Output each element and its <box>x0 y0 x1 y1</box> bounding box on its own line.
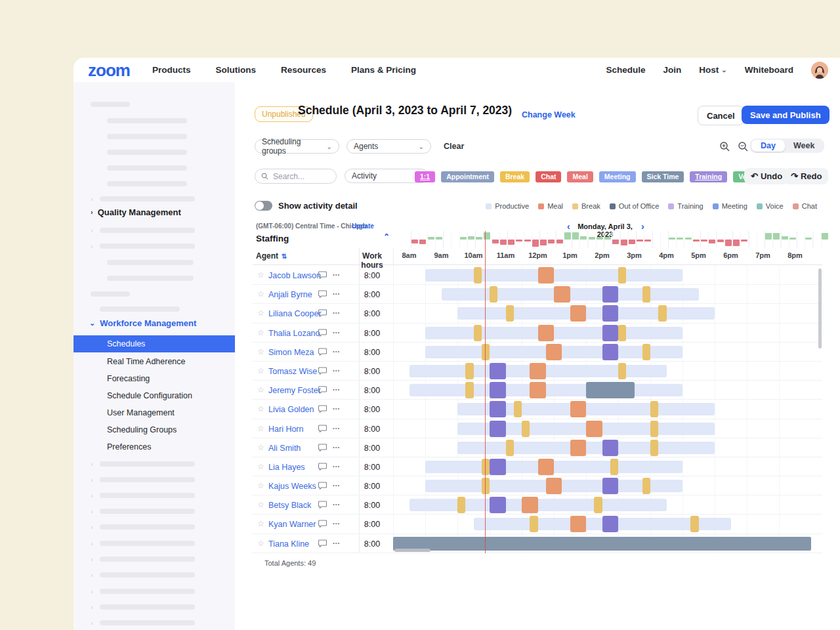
chat-bubble-icon[interactable] <box>318 463 327 471</box>
break-activity-block[interactable] <box>690 516 698 532</box>
more-options-icon[interactable]: ••• <box>333 463 340 469</box>
break-activity-block[interactable] <box>514 401 522 417</box>
more-options-icon[interactable]: ••• <box>333 387 340 392</box>
break-activity-block[interactable] <box>618 325 626 341</box>
break-activity-block[interactable] <box>530 516 537 532</box>
cancel-button[interactable]: Cancel <box>698 106 744 125</box>
agents-select[interactable]: Agents ⌄ <box>346 139 431 154</box>
nav-item-resources[interactable]: Resources <box>281 65 326 75</box>
more-options-icon[interactable]: ••• <box>333 291 340 297</box>
meeting-activity-block[interactable] <box>490 459 506 475</box>
break-activity-block[interactable] <box>474 325 482 341</box>
activity-chip-1-1[interactable]: 1:1 <box>415 171 435 182</box>
break-activity-block[interactable] <box>482 344 490 360</box>
break-activity-block[interactable] <box>618 363 626 379</box>
chat-bubble-icon[interactable] <box>318 309 327 317</box>
agent-name-link[interactable]: Anjali Byrne <box>268 290 312 299</box>
chat-bubble-icon[interactable] <box>318 386 327 394</box>
sidebar-item-workforce-management[interactable]: ⌄ Workforce Management <box>89 318 196 328</box>
sidebar-item-quality-management[interactable]: › Quality Management <box>91 207 181 217</box>
chat-bubble-icon[interactable] <box>318 501 327 509</box>
break-activity-block[interactable] <box>457 497 465 513</box>
agent-name-link[interactable]: Jeremy Foster <box>268 386 321 395</box>
agent-name-link[interactable]: Betsy Black <box>268 501 311 510</box>
break-activity-block[interactable] <box>482 459 490 475</box>
sidebar-item-forecasting[interactable]: Forecasting <box>107 373 150 384</box>
favorite-star-icon[interactable]: ☆ <box>257 404 264 413</box>
break-activity-block[interactable] <box>490 286 497 303</box>
tab-week[interactable]: Week <box>785 140 823 152</box>
favorite-star-icon[interactable]: ☆ <box>257 462 264 471</box>
break-activity-block[interactable] <box>610 459 618 475</box>
break-activity-block[interactable] <box>658 305 666 322</box>
timezone-update-link[interactable]: Update <box>352 222 374 230</box>
meal-activity-block[interactable] <box>538 459 555 475</box>
search-box[interactable] <box>255 169 337 184</box>
more-options-icon[interactable]: ••• <box>333 425 340 431</box>
search-input[interactable] <box>272 171 327 182</box>
agent-name-link[interactable]: Liliana Cooper <box>268 309 322 318</box>
activity-chip-sick-time[interactable]: Sick Time <box>642 171 684 182</box>
favorite-star-icon[interactable]: ☆ <box>257 500 264 509</box>
sidebar-item-user-management[interactable]: User Management <box>107 408 175 418</box>
favorite-star-icon[interactable]: ☆ <box>257 519 264 528</box>
meal-activity-block[interactable] <box>522 497 538 513</box>
more-options-icon[interactable]: ••• <box>333 272 340 278</box>
activity-chip-meeting[interactable]: Meeting <box>599 171 636 182</box>
nav-item-plans-pricing[interactable]: Plans & Pricing <box>351 65 416 75</box>
next-day-button[interactable]: › <box>641 221 644 232</box>
agent-name-link[interactable]: Tomasz Wise <box>268 367 317 376</box>
favorite-star-icon[interactable]: ☆ <box>257 289 264 299</box>
meeting-activity-block[interactable] <box>602 305 619 322</box>
chat-bubble-icon[interactable] <box>318 520 327 528</box>
agent-name-link[interactable]: Livia Golden <box>268 405 314 414</box>
meal-activity-block[interactable] <box>530 382 546 398</box>
chat-bubble-icon[interactable] <box>318 367 327 375</box>
productive-shift-bar[interactable] <box>425 269 682 282</box>
favorite-star-icon[interactable]: ☆ <box>257 481 264 490</box>
productive-shift-bar[interactable] <box>425 327 682 339</box>
more-options-icon[interactable]: ••• <box>333 310 340 316</box>
activity-chip-break[interactable]: Break <box>500 171 530 182</box>
nav-item-host[interactable]: Host⌄ <box>699 65 726 75</box>
chat-bubble-icon[interactable] <box>318 405 327 413</box>
sidebar-item-scheduling-groups[interactable]: Scheduling Groups <box>107 425 177 435</box>
scheduling-groups-select[interactable]: Scheduling groups ⌄ <box>255 139 339 154</box>
more-options-icon[interactable]: ••• <box>333 540 340 546</box>
favorite-star-icon[interactable]: ☆ <box>257 308 264 318</box>
zoom-in-icon[interactable] <box>719 141 730 152</box>
meal-activity-block[interactable] <box>570 516 587 532</box>
sidebar-item-real-time-adherence[interactable]: Real Time Adherence <box>107 356 186 367</box>
nav-item-join[interactable]: Join <box>663 65 682 75</box>
chat-bubble-icon[interactable] <box>318 482 327 490</box>
meal-activity-block[interactable] <box>570 401 587 417</box>
meeting-activity-block[interactable] <box>602 286 619 303</box>
undo-button[interactable]: ↶ Undo <box>744 168 789 184</box>
sidebar-item-preferences[interactable]: Preferences <box>107 442 151 452</box>
meeting-activity-block[interactable] <box>490 382 506 398</box>
agent-name-link[interactable]: Thalia Lozano <box>268 329 320 338</box>
meal-activity-block[interactable] <box>586 421 602 437</box>
meal-activity-block[interactable] <box>570 440 587 456</box>
more-options-icon[interactable]: ••• <box>333 348 340 354</box>
break-activity-block[interactable] <box>642 344 650 360</box>
break-activity-block[interactable] <box>506 440 514 456</box>
sidebar-item-schedule-configuration[interactable]: Schedule Configuration <box>107 390 192 401</box>
zoom-out-icon[interactable] <box>738 141 749 152</box>
meal-activity-block[interactable] <box>554 286 570 303</box>
productive-shift-bar[interactable] <box>442 288 699 301</box>
more-options-icon[interactable]: ••• <box>333 406 340 411</box>
show-activity-detail-toggle[interactable] <box>255 201 272 211</box>
meeting-activity-block[interactable] <box>490 363 506 379</box>
break-activity-block[interactable] <box>506 305 514 322</box>
meeting-activity-block[interactable] <box>602 325 619 341</box>
meal-activity-block[interactable] <box>538 267 555 284</box>
agent-name-link[interactable]: Hari Horn <box>268 425 304 434</box>
more-options-icon[interactable]: ••• <box>333 444 340 450</box>
productive-shift-bar[interactable] <box>410 384 683 396</box>
more-options-icon[interactable]: ••• <box>333 368 340 373</box>
vertical-scrollbar[interactable] <box>818 268 822 348</box>
chat-bubble-icon[interactable] <box>318 290 327 298</box>
favorite-star-icon[interactable]: ☆ <box>257 424 264 433</box>
favorite-star-icon[interactable]: ☆ <box>257 270 264 280</box>
